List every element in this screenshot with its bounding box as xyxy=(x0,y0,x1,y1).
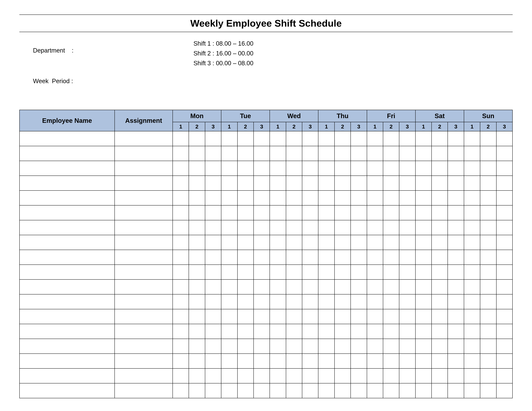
cell-shift[interactable] xyxy=(318,250,334,265)
cell-shift[interactable] xyxy=(221,235,237,250)
cell-shift[interactable] xyxy=(399,265,415,280)
cell-shift[interactable] xyxy=(205,205,221,220)
cell-assignment[interactable] xyxy=(115,265,173,280)
cell-shift[interactable] xyxy=(286,324,302,339)
cell-shift[interactable] xyxy=(383,294,399,309)
cell-shift[interactable] xyxy=(367,250,383,265)
cell-shift[interactable] xyxy=(351,280,367,294)
cell-shift[interactable] xyxy=(254,161,270,176)
cell-shift[interactable] xyxy=(351,190,367,205)
cell-shift[interactable] xyxy=(318,146,334,161)
cell-shift[interactable] xyxy=(399,324,415,339)
cell-shift[interactable] xyxy=(205,176,221,190)
cell-shift[interactable] xyxy=(173,146,189,161)
cell-employee-name[interactable] xyxy=(19,368,115,383)
cell-shift[interactable] xyxy=(318,265,334,280)
cell-shift[interactable] xyxy=(432,383,448,398)
cell-shift[interactable] xyxy=(254,146,270,161)
cell-shift[interactable] xyxy=(416,161,432,176)
cell-shift[interactable] xyxy=(496,309,513,324)
cell-shift[interactable] xyxy=(189,146,205,161)
cell-shift[interactable] xyxy=(205,383,221,398)
cell-shift[interactable] xyxy=(238,368,254,383)
cell-shift[interactable] xyxy=(464,294,480,309)
cell-shift[interactable] xyxy=(334,146,351,161)
cell-shift[interactable] xyxy=(221,294,237,309)
cell-assignment[interactable] xyxy=(115,146,173,161)
cell-assignment[interactable] xyxy=(115,354,173,368)
cell-shift[interactable] xyxy=(270,176,286,190)
cell-assignment[interactable] xyxy=(115,190,173,205)
cell-shift[interactable] xyxy=(173,368,189,383)
cell-shift[interactable] xyxy=(189,250,205,265)
cell-shift[interactable] xyxy=(480,368,496,383)
cell-shift[interactable] xyxy=(189,161,205,176)
cell-shift[interactable] xyxy=(173,265,189,280)
cell-shift[interactable] xyxy=(399,161,415,176)
cell-shift[interactable] xyxy=(496,265,513,280)
cell-shift[interactable] xyxy=(383,309,399,324)
cell-shift[interactable] xyxy=(302,146,318,161)
cell-shift[interactable] xyxy=(238,190,254,205)
cell-assignment[interactable] xyxy=(115,131,173,146)
cell-shift[interactable] xyxy=(221,161,237,176)
cell-shift[interactable] xyxy=(448,205,464,220)
cell-shift[interactable] xyxy=(173,280,189,294)
cell-shift[interactable] xyxy=(270,146,286,161)
cell-shift[interactable] xyxy=(254,368,270,383)
cell-shift[interactable] xyxy=(480,220,496,235)
cell-shift[interactable] xyxy=(286,265,302,280)
cell-shift[interactable] xyxy=(464,161,480,176)
cell-shift[interactable] xyxy=(286,383,302,398)
cell-shift[interactable] xyxy=(416,324,432,339)
cell-shift[interactable] xyxy=(464,309,480,324)
cell-shift[interactable] xyxy=(351,265,367,280)
cell-shift[interactable] xyxy=(496,280,513,294)
cell-shift[interactable] xyxy=(496,294,513,309)
cell-shift[interactable] xyxy=(496,131,513,146)
cell-shift[interactable] xyxy=(367,324,383,339)
cell-shift[interactable] xyxy=(416,250,432,265)
cell-shift[interactable] xyxy=(383,368,399,383)
cell-shift[interactable] xyxy=(318,176,334,190)
cell-shift[interactable] xyxy=(432,205,448,220)
cell-shift[interactable] xyxy=(383,161,399,176)
cell-shift[interactable] xyxy=(318,383,334,398)
cell-shift[interactable] xyxy=(480,131,496,146)
cell-shift[interactable] xyxy=(334,354,351,368)
cell-shift[interactable] xyxy=(448,324,464,339)
cell-shift[interactable] xyxy=(399,190,415,205)
cell-shift[interactable] xyxy=(270,235,286,250)
cell-shift[interactable] xyxy=(254,235,270,250)
cell-shift[interactable] xyxy=(383,280,399,294)
cell-shift[interactable] xyxy=(432,190,448,205)
cell-shift[interactable] xyxy=(270,309,286,324)
cell-shift[interactable] xyxy=(205,131,221,146)
cell-shift[interactable] xyxy=(221,190,237,205)
cell-shift[interactable] xyxy=(205,368,221,383)
cell-shift[interactable] xyxy=(464,368,480,383)
cell-shift[interactable] xyxy=(173,161,189,176)
cell-shift[interactable] xyxy=(334,161,351,176)
cell-shift[interactable] xyxy=(416,146,432,161)
cell-shift[interactable] xyxy=(334,176,351,190)
cell-shift[interactable] xyxy=(464,265,480,280)
cell-shift[interactable] xyxy=(189,176,205,190)
cell-shift[interactable] xyxy=(383,176,399,190)
cell-shift[interactable] xyxy=(189,368,205,383)
cell-employee-name[interactable] xyxy=(19,176,115,190)
cell-assignment[interactable] xyxy=(115,176,173,190)
cell-shift[interactable] xyxy=(432,265,448,280)
cell-shift[interactable] xyxy=(480,309,496,324)
cell-shift[interactable] xyxy=(464,235,480,250)
cell-shift[interactable] xyxy=(480,176,496,190)
cell-shift[interactable] xyxy=(173,383,189,398)
cell-shift[interactable] xyxy=(221,220,237,235)
cell-shift[interactable] xyxy=(221,354,237,368)
cell-shift[interactable] xyxy=(448,383,464,398)
cell-assignment[interactable] xyxy=(115,339,173,354)
cell-shift[interactable] xyxy=(189,294,205,309)
cell-shift[interactable] xyxy=(302,250,318,265)
cell-shift[interactable] xyxy=(448,280,464,294)
cell-shift[interactable] xyxy=(221,383,237,398)
